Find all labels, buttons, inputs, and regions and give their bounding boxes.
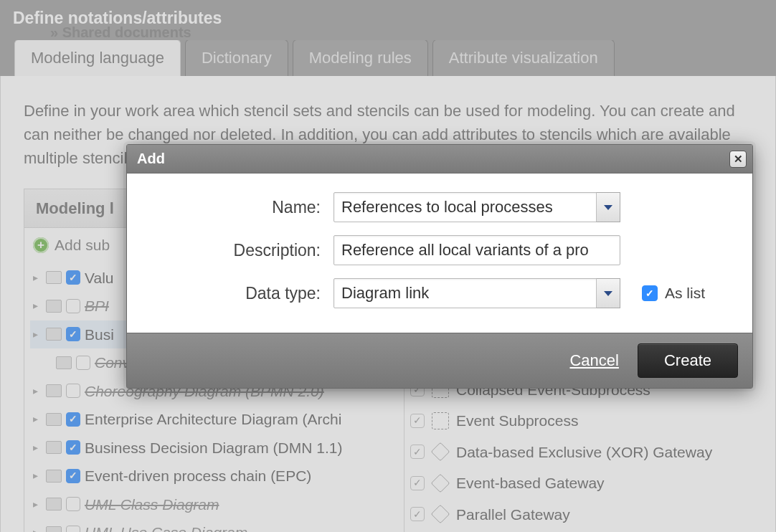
- description-label: Description:: [147, 241, 333, 260]
- as-list-label: As list: [665, 285, 705, 302]
- tab-dictionary[interactable]: Dictionary: [185, 39, 288, 76]
- expand-icon[interactable]: ▸: [33, 468, 42, 483]
- checkbox[interactable]: [66, 384, 80, 398]
- datatype-dropdown-button[interactable]: [596, 278, 620, 308]
- expand-icon[interactable]: ▸: [33, 384, 42, 399]
- stencil-label: Parallel Gateway: [456, 503, 570, 526]
- tree-item-label: Busi: [85, 323, 114, 346]
- tab-attribute-visualization[interactable]: Attribute visualization: [432, 39, 615, 76]
- window-header: Define notations/attributes » Shared doc…: [0, 0, 776, 40]
- field-row-name: Name:: [147, 192, 732, 222]
- checkbox[interactable]: ✓: [410, 476, 425, 490]
- thumb-icon: [46, 328, 62, 341]
- tree-item-label: Enterprise Architecture Diagram (Archi: [85, 408, 341, 431]
- stencil-item[interactable]: ✓ Event Subprocess: [407, 405, 752, 437]
- modal-title: Add: [137, 151, 165, 167]
- thumb-icon: [46, 413, 62, 426]
- checkbox[interactable]: ✓: [410, 507, 425, 521]
- expand-icon[interactable]: ▸: [33, 298, 42, 313]
- name-label: Name:: [147, 198, 333, 217]
- checkbox[interactable]: ✓: [410, 414, 425, 428]
- tree-item[interactable]: ▸ ✓ Enterprise Architecture Diagram (Arc…: [30, 405, 398, 434]
- expand-icon[interactable]: ▸: [33, 412, 42, 427]
- thumb-icon: [56, 356, 72, 369]
- tree-item-label: BPI: [85, 295, 109, 318]
- checkbox[interactable]: ✓: [66, 412, 80, 427]
- close-icon[interactable]: ✕: [729, 151, 747, 168]
- stencil-label: Event Subprocess: [456, 409, 578, 432]
- thumb-icon: [46, 441, 62, 454]
- name-input[interactable]: [333, 192, 620, 222]
- stencil-icon: [431, 474, 450, 493]
- tree-item-label: Event-driven process chain (EPC): [85, 465, 311, 488]
- checkbox[interactable]: [66, 526, 80, 532]
- stencil-icon: [431, 505, 450, 523]
- thumb-icon: [46, 384, 62, 397]
- stencil-item[interactable]: ✓ Data-based Exclusive (XOR) Gateway: [407, 437, 752, 468]
- checkbox[interactable]: ✓: [410, 445, 425, 459]
- datatype-label: Data type:: [147, 284, 333, 303]
- stencil-icon: [431, 442, 450, 461]
- field-row-datatype: Data type: ✓ As list: [147, 278, 732, 308]
- thumb-icon: [46, 470, 62, 483]
- stencil-icon: [432, 412, 449, 429]
- tab-modeling-rules[interactable]: Modeling rules: [293, 39, 428, 76]
- tree-item[interactable]: ▸ ✓ Event-driven process chain (EPC): [30, 462, 398, 490]
- add-attribute-modal: Add ✕ Name: Description: Data type: ✓: [126, 144, 753, 389]
- description-input[interactable]: [333, 235, 620, 265]
- expand-icon[interactable]: ▸: [33, 525, 42, 532]
- checkbox[interactable]: [66, 299, 80, 313]
- tree-item-label: UML Class Diagram: [85, 493, 219, 516]
- thumb-icon: [46, 526, 62, 532]
- stencil-item[interactable]: ✓ Event-based Gateway: [407, 467, 752, 499]
- as-list-toggle[interactable]: ✓ As list: [642, 285, 705, 302]
- expand-icon[interactable]: ▸: [33, 327, 42, 342]
- checkbox[interactable]: [66, 497, 80, 511]
- add-subset-label: Add sub: [55, 234, 110, 257]
- tree-item-label: Valu: [85, 267, 113, 290]
- thumb-icon: [46, 498, 62, 510]
- tree-item[interactable]: ▸ UML Class Diagram: [30, 490, 398, 519]
- checkbox[interactable]: ✓: [66, 469, 80, 483]
- create-button[interactable]: Create: [638, 343, 738, 378]
- tree-item[interactable]: ▸ ✓ Business Decision Diagram (DMN 1.1): [30, 434, 398, 462]
- tab-modeling-language[interactable]: Modeling language: [14, 39, 181, 76]
- modal-body: Name: Description: Data type: ✓ As list: [127, 174, 752, 333]
- datatype-input[interactable]: [333, 278, 620, 308]
- as-list-checkbox[interactable]: ✓: [642, 285, 658, 301]
- tree-item-label: UML Use Case Diagram: [85, 521, 247, 532]
- name-dropdown-button[interactable]: [596, 192, 620, 222]
- thumb-icon: [46, 300, 62, 313]
- expand-icon[interactable]: ▸: [33, 270, 42, 285]
- cancel-button[interactable]: Cancel: [569, 351, 618, 370]
- expand-icon[interactable]: ▸: [33, 440, 42, 455]
- modal-titlebar: Add ✕: [127, 145, 752, 174]
- checkbox[interactable]: ✓: [66, 270, 80, 285]
- expand-icon[interactable]: ▸: [33, 497, 42, 512]
- field-row-description: Description:: [147, 235, 732, 265]
- tab-bar: Modeling language Dictionary Modeling ru…: [0, 40, 776, 76]
- stencil-label: Data-based Exclusive (XOR) Gateway: [456, 441, 712, 464]
- modal-footer: Cancel Create: [127, 333, 752, 388]
- checkbox[interactable]: ✓: [66, 440, 80, 455]
- tree-item-label: Business Decision Diagram (DMN 1.1): [85, 437, 342, 460]
- tree-item[interactable]: ▸ UML Use Case Diagram: [30, 518, 398, 532]
- plus-icon: +: [33, 237, 49, 253]
- stencil-item[interactable]: ✓ Parallel Gateway: [407, 499, 752, 531]
- background-breadcrumb: » Shared documents: [50, 24, 191, 41]
- checkbox[interactable]: [76, 356, 90, 370]
- thumb-icon: [46, 271, 62, 284]
- checkbox[interactable]: ✓: [66, 327, 80, 341]
- stencil-label: Event-based Gateway: [456, 472, 605, 495]
